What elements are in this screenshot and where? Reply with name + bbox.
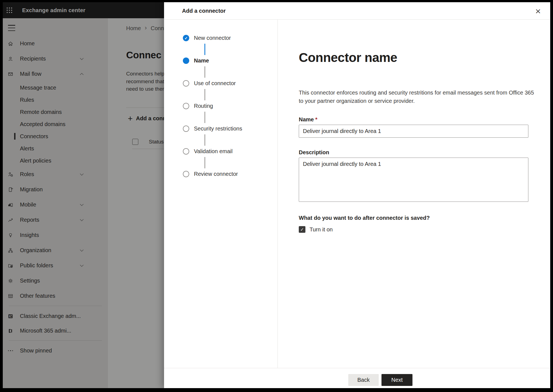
step-name[interactable]: Name [183, 58, 277, 64]
step-security-restrictions[interactable]: Security restrictions [183, 126, 277, 132]
step-upcoming-dot [183, 80, 189, 87]
step-title: Connector name [299, 50, 550, 65]
name-input[interactable] [299, 125, 528, 138]
step-new-connector[interactable]: ✓ New connector [183, 35, 277, 41]
step-validation-email[interactable]: Validation email [183, 148, 277, 155]
name-label-text: Name [299, 116, 314, 122]
step-label: New connector [194, 35, 231, 41]
step-label: Review connector [194, 171, 238, 177]
step-routing[interactable]: Routing [183, 103, 277, 109]
step-label: Security restrictions [194, 126, 242, 132]
step-connector-line [204, 66, 205, 78]
checked-checkbox-icon[interactable]: ✓ [299, 226, 305, 233]
step-connector-line [204, 134, 205, 146]
step-label: Validation email [194, 148, 233, 155]
step-use-of-connector[interactable]: Use of connector [183, 80, 277, 87]
step-upcoming-dot [183, 103, 189, 109]
step-upcoming-dot [183, 148, 189, 155]
description-textarea[interactable]: Deliver journal directly to Area 1 [299, 158, 528, 202]
turn-it-on-checkbox-row[interactable]: ✓ Turn it on [299, 226, 550, 233]
next-button[interactable]: Next [381, 374, 412, 386]
step-upcoming-dot [183, 126, 189, 132]
dialog-title: Add a connector [182, 8, 226, 14]
add-connector-dialog: Add a connector × ✓ New connector Name [164, 2, 550, 388]
back-button[interactable]: Back [348, 374, 379, 386]
step-label: Use of connector [194, 80, 236, 87]
wizard-steps: ✓ New connector Name Use of connector [164, 20, 278, 368]
step-connector-line [204, 157, 205, 168]
step-completed-check-icon: ✓ [183, 35, 189, 41]
after-save-question: What do you want to do after connector i… [299, 214, 550, 221]
step-current-dot [183, 58, 189, 64]
description-field-label: Description [299, 149, 550, 156]
dialog-header: Add a connector × [164, 2, 550, 20]
step-connector-line [204, 89, 205, 100]
turn-it-on-label: Turn it on [310, 226, 333, 233]
dialog-footer: Back Next [164, 368, 550, 388]
app-window: Exchange admin center Home Recipients [3, 2, 550, 388]
required-asterisk: * [315, 116, 317, 122]
step-label: Name [194, 58, 209, 64]
step-description: This connector enforces routing and secu… [299, 88, 537, 105]
screenshot-frame: Exchange admin center Home Recipients [0, 0, 553, 392]
step-review-connector[interactable]: Review connector [183, 171, 277, 177]
step-content-pane: Connector name This connector enforces r… [278, 20, 550, 368]
step-connector-line [204, 112, 205, 123]
step-connector-line [204, 44, 205, 55]
step-upcoming-dot [183, 171, 189, 177]
close-icon[interactable]: × [532, 5, 544, 17]
name-field-label: Name* [299, 116, 550, 123]
step-label: Routing [194, 103, 213, 109]
